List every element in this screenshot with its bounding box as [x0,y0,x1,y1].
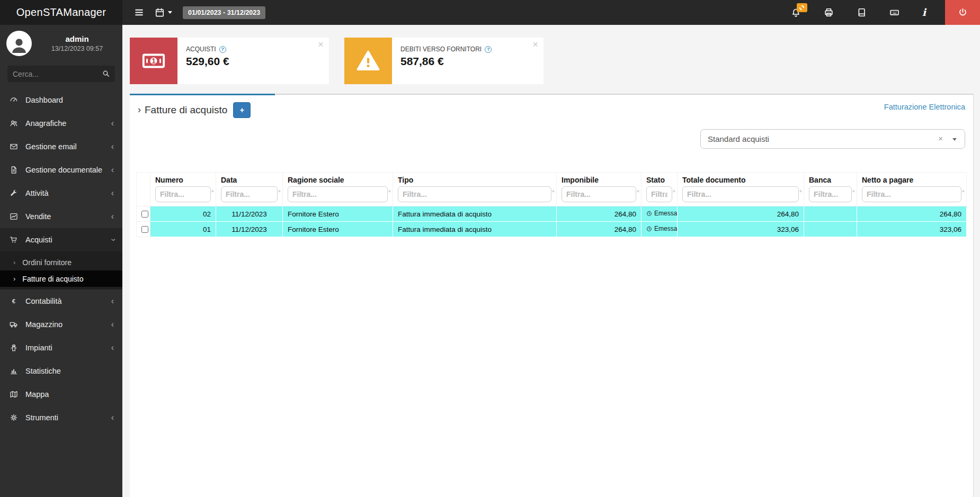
filter-input-stato[interactable] [646,186,672,202]
column-filter [155,186,211,202]
column-label: Numero [155,176,211,184]
close-icon[interactable]: × [318,39,324,51]
cell-data: 11/12/2023 [216,222,283,237]
bar-chart-icon [10,367,24,375]
view-select-row: Standard acquisti × [130,124,973,149]
sidebar-item-attivit[interactable]: Attività‹ [0,182,122,205]
sidebar-item-strumenti[interactable]: Strumenti‹ [0,406,122,429]
chevron-left-icon: ‹ [111,142,114,151]
table-row[interactable]: 0211/12/2023Fornitore EsteroFattura imme… [137,206,967,222]
date-range-badge[interactable]: 01/01/2023 - 31/12/2023 [183,6,265,19]
print-icon[interactable] [824,7,834,17]
logout-button[interactable] [945,0,980,25]
clock-icon [646,211,652,216]
users-icon [10,119,24,128]
tab-fatture-di-acquisto[interactable]: › Fatture di acquisto + [130,94,275,124]
filter-input-ragione_sociale[interactable] [288,186,388,202]
map-icon [10,390,24,399]
sidebar-item-dashboard[interactable]: Dashboard [0,88,122,112]
sidebar-item-label: Dashboard [24,96,114,104]
calendar-menu-button[interactable] [155,7,172,17]
sort-icon[interactable]: ▲ [851,188,856,193]
chevron-left-icon: ‹ [111,297,114,305]
chevron-down-icon [952,138,957,141]
sidebar-item-statistiche[interactable]: Statistiche [0,359,122,383]
sidebar-item-gestione-email[interactable]: Gestione email‹ [0,135,122,158]
avatar[interactable] [6,31,32,56]
envelope-icon [10,142,24,151]
help-icon[interactable]: ? [485,46,492,53]
cell-numero: 01 [150,222,216,237]
sidebar-item-magazzino[interactable]: Magazzino‹ [0,313,122,336]
sidebar-toggle-button[interactable] [134,7,144,17]
sort-icon[interactable]: ▲ [277,188,282,193]
notifications-bell-icon[interactable] [791,7,801,17]
table-row[interactable]: 0111/12/2023Fornitore EsteroFattura imme… [137,222,967,237]
app-logo[interactable]: OpenSTAManager [0,0,122,25]
column-label: Imponibile [562,176,636,184]
sidebar-item-label: Mappa [24,390,114,399]
add-record-button[interactable]: + [233,102,251,118]
chevron-left-icon: ‹ [111,189,114,197]
view-select[interactable]: Standard acquisti × [700,129,965,149]
sort-icon[interactable]: ▲ [551,188,556,193]
cell-value: 01 [203,225,211,233]
sort-icon[interactable]: ▲ [672,188,676,193]
sidebar-subitem-label: Ordini fornitore [22,258,72,267]
filter-input-data[interactable] [221,186,278,202]
clear-selection-icon[interactable]: × [938,134,943,143]
help-icon[interactable]: ? [219,46,226,53]
sort-icon[interactable]: ▲ [387,188,392,193]
filter-input-numero[interactable] [155,186,211,202]
row-checkbox[interactable] [141,226,148,233]
cell-value: 264,80 [777,210,799,218]
info-icon[interactable]: i [922,7,926,17]
search-icon[interactable] [102,69,110,78]
invoices-table: Numero▲Data▲Ragione sociale▲Tipo▲Imponib… [136,172,967,237]
documentation-book-icon[interactable] [857,7,867,17]
chevron-down-icon: ‹ [108,238,117,241]
truck-icon [10,320,24,329]
chevron-left-icon: ‹ [111,344,114,352]
chevron-right-icon: › [138,104,141,115]
keyboard-shortcuts-icon[interactable] [889,7,899,17]
sort-icon[interactable]: ▲ [961,188,966,193]
column-label: Netto a pagare [862,176,961,184]
close-icon[interactable]: × [532,39,538,51]
cell-value: 02 [203,210,211,218]
cell-imponibile: 264,80 [557,222,642,237]
sidebar-item-vendite[interactable]: Vendite‹ [0,205,122,228]
card-label-text: ACQUISTI [186,46,216,53]
filter-input-netto_a_pagare[interactable] [862,186,961,202]
column-header-numero: Numero▲ [150,173,216,206]
sidebar-subitem-label: Fatture di acquisto [22,275,83,283]
cell-value: 264,80 [614,225,636,233]
sidebar-item-impianti[interactable]: Impianti‹ [0,336,122,359]
cell-value: 264,80 [614,210,636,218]
filter-input-banca[interactable] [809,186,852,202]
sidebar-subitem-ordini-fornitore[interactable]: ›Ordini fornitore [0,254,122,270]
sidebar-item-label: Contabilità [24,297,111,305]
sidebar-item-mappa[interactable]: Mappa [0,383,122,406]
sidebar-subitem-fatture-di-acquisto[interactable]: ›Fatture di acquisto [0,270,122,287]
row-checkbox[interactable] [141,211,148,218]
sidebar-item-acquisti[interactable]: Acquisti‹ [0,228,122,251]
search-input[interactable] [7,66,115,82]
sort-icon[interactable]: ▲ [210,188,215,193]
tabs-spacer: Fatturazione Elettronica [275,94,973,124]
sort-icon[interactable]: ▲ [636,188,640,193]
sidebar-item-gestione-documentale[interactable]: Gestione documentale‹ [0,158,122,182]
card-label-text: DEBITI VERSO FORNITORI [400,46,482,53]
sidebar-item-anagrafiche[interactable]: Anagrafiche‹ [0,112,122,135]
card-body: DEBITI VERSO FORNITORI?587,86 € [392,38,492,84]
cell-imponibile: 264,80 [557,206,642,222]
fatturazione-elettronica-link[interactable]: Fatturazione Elettronica [884,103,965,111]
sidebar-item-contabilit[interactable]: €Contabilità‹ [0,290,122,313]
cell-value: 264,80 [940,210,961,218]
filter-input-imponibile[interactable] [562,186,636,202]
sidebar: admin 13/12/2023 09:57 DashboardAnagrafi… [0,25,122,497]
filter-input-tipo[interactable] [398,186,551,202]
sort-icon[interactable]: ▲ [798,188,803,193]
filter-input-totale_documento[interactable] [682,186,799,202]
spinner-icon [799,5,804,10]
